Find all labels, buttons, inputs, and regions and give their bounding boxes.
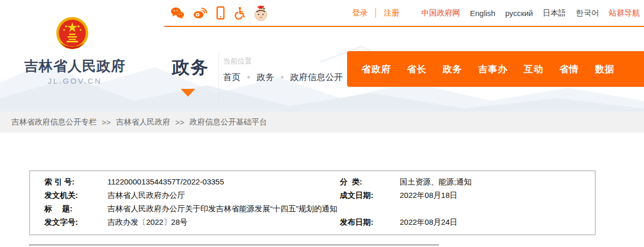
lang-korean-link[interactable]: 한국어: [576, 8, 599, 18]
nav-item-provincial-gov[interactable]: 省政府: [362, 63, 391, 75]
category-label: 分 类:: [340, 177, 400, 191]
vertical-divider: [218, 54, 219, 103]
nav-item-jishiban[interactable]: 吉事办: [478, 63, 508, 75]
top-strip: 登录 注册 中国政府网 English русский 日本語 한국어 站群导航: [164, 0, 644, 27]
doc-title-value: 吉林省人民政府办公厅关于印发吉林省能源发展“十四五”规划的通知: [107, 204, 340, 218]
date-written-label: 成文日期:: [340, 191, 400, 204]
breadcrumb-band: 吉林省政府信息公开专栏 >> 吉林省人民政府 >> 政府信息公开基础平台: [0, 112, 644, 133]
breadcrumb: 首页 政务 政府信息公开: [223, 71, 343, 83]
wechat-icon[interactable]: [170, 7, 184, 19]
site-domain: JL.GOV.CN: [0, 76, 150, 85]
index-number-label: 索 引 号:: [44, 177, 107, 191]
social-icon-row: [164, 5, 268, 21]
band-link-disclosure-column[interactable]: 吉林省政府信息公开专栏: [11, 117, 97, 127]
band-separator: >>: [176, 118, 185, 127]
issuing-agency-value: 吉林省人民政府办公厅: [107, 191, 340, 204]
mobile-icon[interactable]: [216, 6, 225, 20]
band-link-provincial-gov[interactable]: 吉林省人民政府: [116, 117, 170, 127]
nav-item-data[interactable]: 数据: [595, 63, 615, 75]
site-group-nav-link[interactable]: 站群导航: [609, 8, 640, 18]
nav-item-province-info[interactable]: 省情: [559, 63, 579, 75]
doc-number-label: 发文字号:: [44, 218, 107, 231]
national-emblem-icon: [56, 16, 89, 53]
lang-english-link[interactable]: English: [470, 9, 495, 18]
empty-cell: [340, 204, 400, 218]
site-title: 吉林省人民政府: [0, 57, 150, 75]
doc-title-label: 标 题:: [44, 204, 107, 218]
breadcrumb-dot-icon: [247, 76, 250, 79]
date-published-label: 发布日期:: [340, 218, 400, 231]
site-header: 吉林省人民政府 JL.GOV.CN: [0, 0, 644, 112]
section-arrow-icon: [181, 89, 195, 97]
mascot-icon[interactable]: [254, 5, 268, 21]
breadcrumb-info-disclosure[interactable]: 政府信息公开: [290, 71, 343, 83]
page: 吉林省人民政府 JL.GOV.CN: [0, 0, 644, 247]
section-title: 政务: [172, 56, 209, 80]
login-link[interactable]: 登录: [352, 8, 368, 18]
content-divider: [29, 244, 439, 245]
top-links: 登录 注册 中国政府网 English русский 日本語 한국어 站群导航: [352, 8, 644, 18]
lang-russian-link[interactable]: русский: [505, 9, 533, 18]
nav-item-interaction[interactable]: 互动: [524, 63, 543, 75]
empty-cell: [400, 204, 595, 218]
doc-number-value: 吉政办发〔2022〕28号: [107, 218, 340, 231]
nav-item-governor[interactable]: 省长: [407, 63, 427, 75]
link-separator: [375, 8, 376, 18]
current-location-label: 当前位置: [223, 57, 252, 66]
band-link-platform[interactable]: 政府信息公开基础平台: [190, 117, 267, 127]
lang-japanese-link[interactable]: 日本語: [543, 8, 566, 18]
doc-info-table: 索 引 号: 1122000013544357T/2022-03355 分 类:…: [29, 171, 595, 235]
nav-item-zhengwu[interactable]: 政务: [443, 63, 462, 75]
accessibility-icon[interactable]: [233, 7, 245, 20]
register-link[interactable]: 注册: [384, 8, 399, 18]
date-written-value: 2022年08月18日: [400, 191, 595, 204]
category-value: 国土资源、能源;通知: [400, 177, 595, 191]
breadcrumb-home[interactable]: 首页: [223, 71, 241, 83]
breadcrumb-zhengwu[interactable]: 政务: [257, 71, 274, 83]
weibo-icon[interactable]: [193, 7, 208, 19]
main-nav: 省政府 省长 政务 吉事办 互动 省情 数据: [347, 51, 644, 87]
date-published-value: 2022年08月24日: [400, 218, 595, 231]
site-logo[interactable]: 吉林省人民政府 JL.GOV.CN: [0, 0, 164, 112]
band-separator: >>: [102, 118, 111, 127]
index-number-value: 1122000013544357T/2022-03355: [107, 177, 340, 191]
breadcrumb-dot-icon: [281, 76, 284, 79]
issuing-agency-label: 发文机关:: [44, 191, 107, 204]
gov-cn-link[interactable]: 中国政府网: [421, 8, 460, 18]
